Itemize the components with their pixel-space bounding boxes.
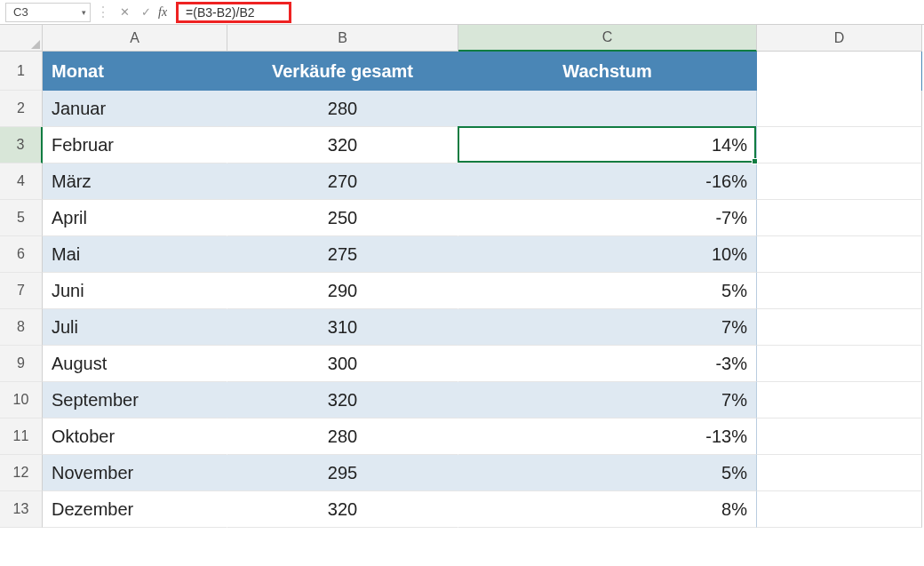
row-header-12[interactable]: 12 <box>0 455 43 491</box>
cell-month[interactable]: März <box>43 163 227 200</box>
col-header-a[interactable]: A <box>43 25 227 52</box>
col-header-b[interactable]: B <box>227 25 458 52</box>
cell-empty[interactable] <box>757 382 922 419</box>
col-header-c[interactable]: C <box>458 25 757 52</box>
cancel-formula-icon[interactable]: ✕ <box>116 4 133 21</box>
accept-formula-icon[interactable]: ✓ <box>137 4 155 21</box>
table-row: 6Mai27510% <box>0 236 924 273</box>
cell-empty[interactable] <box>757 127 922 163</box>
cell-empty[interactable] <box>757 273 922 309</box>
table-row: 10September3207% <box>0 382 924 419</box>
row-header-1[interactable]: 1 <box>0 52 43 91</box>
cell-growth[interactable]: -3% <box>458 346 757 382</box>
cell-empty[interactable] <box>757 455 922 491</box>
row-header-4[interactable]: 4 <box>0 163 43 200</box>
cell-sales[interactable]: 280 <box>227 419 458 455</box>
cell-sales[interactable]: 320 <box>227 491 458 528</box>
cell-sales[interactable]: 290 <box>227 273 458 309</box>
cell-sales[interactable]: 275 <box>227 236 458 273</box>
cell-month[interactable]: September <box>43 382 227 419</box>
cell-month[interactable]: Juli <box>43 309 227 346</box>
row-header-9[interactable]: 9 <box>0 346 43 382</box>
formula-text: =(B3-B2)/B2 <box>186 5 254 20</box>
fx-icon[interactable]: fx <box>158 5 167 20</box>
cell-growth[interactable]: -16% <box>458 163 757 200</box>
cell-month[interactable]: Februar <box>43 127 227 163</box>
table-row: 11Oktober280-13% <box>0 419 924 455</box>
name-box-value: C3 <box>13 5 76 19</box>
header-month[interactable]: Monat <box>43 52 227 91</box>
cell-empty[interactable] <box>757 200 922 236</box>
cell-growth[interactable]: 14% <box>458 127 757 163</box>
cell-empty[interactable] <box>757 163 922 200</box>
cell-d1[interactable] <box>757 52 922 91</box>
cell-growth[interactable]: -7% <box>458 200 757 236</box>
cell-empty[interactable] <box>757 419 922 455</box>
cell-empty[interactable] <box>757 346 922 382</box>
cell-month[interactable]: April <box>43 200 227 236</box>
cell-sales[interactable]: 250 <box>227 200 458 236</box>
header-sales[interactable]: Verkäufe gesamt <box>227 52 458 91</box>
cell-empty[interactable] <box>757 309 922 346</box>
cell-sales[interactable]: 270 <box>227 163 458 200</box>
cell-empty[interactable] <box>757 236 922 273</box>
row-header-6[interactable]: 6 <box>0 236 43 273</box>
table-row: 9August300-3% <box>0 346 924 382</box>
select-all-icon <box>31 40 40 49</box>
spreadsheet-grid: A B C D 1 Monat Verkäufe gesamt Wachstum… <box>0 25 924 528</box>
name-box[interactable]: C3 ▾ <box>5 3 91 22</box>
row-header-13[interactable]: 13 <box>0 491 43 528</box>
cell-month[interactable]: Oktober <box>43 419 227 455</box>
cell-sales[interactable]: 320 <box>227 127 458 163</box>
row-header-5[interactable]: 5 <box>0 200 43 236</box>
cell-month[interactable]: Juni <box>43 273 227 309</box>
cell-growth[interactable] <box>458 91 757 127</box>
row-header-8[interactable]: 8 <box>0 309 43 346</box>
row-header-11[interactable]: 11 <box>0 419 43 455</box>
table-row: 2Januar280 <box>0 91 924 127</box>
table-row: 5April250-7% <box>0 200 924 236</box>
table-row: 8Juli3107% <box>0 309 924 346</box>
cell-sales[interactable]: 320 <box>227 382 458 419</box>
cell-sales[interactable]: 280 <box>227 91 458 127</box>
cell-month[interactable]: August <box>43 346 227 382</box>
row-header-2[interactable]: 2 <box>0 91 43 127</box>
cell-month[interactable]: November <box>43 455 227 491</box>
cell-sales[interactable]: 310 <box>227 309 458 346</box>
header-growth[interactable]: Wachstum <box>458 52 757 91</box>
row-header-7[interactable]: 7 <box>0 273 43 309</box>
column-header-row: A B C D <box>0 25 924 52</box>
table-row: 3Februar32014% <box>0 127 924 163</box>
table-header-row: 1 Monat Verkäufe gesamt Wachstum <box>0 52 924 91</box>
row-header-10[interactable]: 10 <box>0 382 43 419</box>
chevron-down-icon[interactable]: ▾ <box>82 8 86 17</box>
table-row: 12November2955% <box>0 455 924 491</box>
cell-growth[interactable]: 5% <box>458 273 757 309</box>
select-all-corner[interactable] <box>0 25 43 52</box>
cell-growth[interactable]: 10% <box>458 236 757 273</box>
col-header-d[interactable]: D <box>757 25 922 52</box>
cell-growth[interactable]: 7% <box>458 382 757 419</box>
table-row: 4März270-16% <box>0 163 924 200</box>
formula-bar: C3 ▾ ⋮ ✕ ✓ fx =(B3-B2)/B2 <box>0 0 924 25</box>
cell-sales[interactable]: 295 <box>227 455 458 491</box>
cell-month[interactable]: Dezember <box>43 491 227 528</box>
cell-growth[interactable]: 5% <box>458 455 757 491</box>
cell-empty[interactable] <box>757 91 922 127</box>
cell-sales[interactable]: 300 <box>227 346 458 382</box>
cell-month[interactable]: Januar <box>43 91 227 127</box>
cell-growth[interactable]: -13% <box>458 419 757 455</box>
cell-growth[interactable]: 7% <box>458 309 757 346</box>
formula-input[interactable]: =(B3-B2)/B2 <box>176 2 291 23</box>
row-header-3[interactable]: 3 <box>0 127 43 163</box>
cell-growth[interactable]: 8% <box>458 491 757 528</box>
cell-empty[interactable] <box>757 491 922 528</box>
divider: ⋮ <box>96 4 110 20</box>
table-row: 7Juni2905% <box>0 273 924 309</box>
table-row: 13Dezember3208% <box>0 491 924 528</box>
cell-month[interactable]: Mai <box>43 236 227 273</box>
